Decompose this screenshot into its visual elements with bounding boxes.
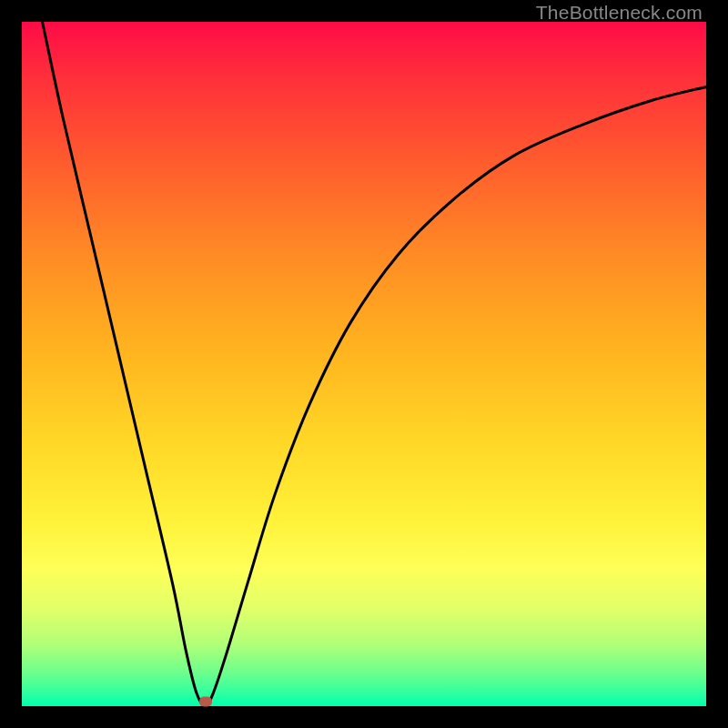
plot-area (22, 22, 706, 706)
bottleneck-curve (43, 22, 706, 706)
chart-frame: TheBottleneck.com (0, 0, 728, 728)
optimal-point-marker (199, 696, 212, 706)
watermark-text: TheBottleneck.com (536, 2, 703, 24)
curve-layer (22, 22, 706, 706)
